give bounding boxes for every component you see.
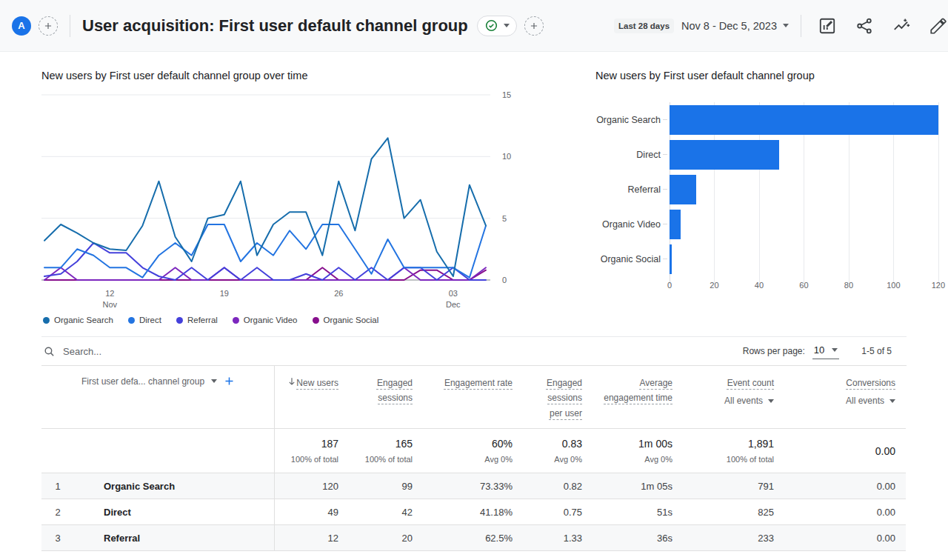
bar-axis-tick (663, 224, 667, 224)
dimension-header-label[interactable]: First user defa... channel group (81, 376, 204, 387)
column-filter-conversions[interactable]: All events (795, 396, 895, 406)
chevron-down-icon (889, 399, 895, 403)
row-metric-value: 41.18% (423, 499, 523, 525)
row-metric-value: 49 (274, 499, 349, 525)
filter-label: All events (724, 396, 763, 406)
totals-cell: 0.00 (784, 429, 906, 473)
bar-track (670, 210, 938, 239)
legend-dot-icon (43, 317, 50, 324)
y-tick-label: 0 (502, 276, 507, 284)
search-input[interactable] (63, 346, 285, 357)
add-comparison-button[interactable] (39, 16, 58, 36)
column-header-label[interactable]: Engagement rate (444, 378, 513, 388)
chevron-down-icon (504, 24, 510, 27)
bar-chart: Organic SearchDirectReferralOrganic Vide… (595, 92, 938, 314)
insights-button[interactable] (892, 16, 911, 36)
column-header-average-engagement-time[interactable]: Average engagement time (592, 366, 683, 429)
bar-organic-search (670, 105, 938, 135)
totals-value: 0.83 (533, 438, 582, 450)
sort-descending-icon[interactable] (287, 376, 297, 387)
x-tick-label: 80 (844, 281, 853, 290)
column-filter-event-count[interactable]: All events (693, 396, 774, 406)
rows-per-page-select[interactable]: 10 (812, 343, 839, 359)
column-header-label[interactable]: Engaged sessions (377, 378, 413, 403)
charts-row: New users by First user default channel … (41, 70, 907, 324)
column-header-engagement-rate[interactable]: Engagement rate (423, 366, 523, 429)
bar-track (670, 140, 938, 170)
column-header-label[interactable]: Event count (727, 378, 774, 388)
legend-item-organic-social: Organic Social (313, 316, 379, 324)
date-preset-badge: Last 28 days (614, 19, 674, 33)
x-tick-label: 0 (667, 281, 672, 290)
bar-category-label: Referral (595, 184, 661, 195)
add-report-button[interactable] (524, 16, 544, 36)
plus-icon (529, 21, 539, 31)
y-tick-label: 15 (502, 92, 511, 99)
date-range-picker[interactable]: Nov 8 - Dec 5, 2023 (681, 20, 777, 32)
customize-report-button[interactable] (818, 16, 837, 36)
column-header-engaged-sessions[interactable]: Engaged sessions (349, 366, 423, 429)
row-metric-value: 233 (683, 525, 784, 551)
row-metric-value: 20 (349, 525, 423, 551)
row-index: 2 (41, 499, 74, 525)
legend-label: Organic Social (324, 316, 379, 324)
divider (801, 15, 801, 37)
column-header-engaged-sessions-per-user[interactable]: Engaged sessions per user (523, 366, 592, 429)
row-metric-value: 99 (349, 473, 423, 499)
edit-button[interactable] (929, 16, 948, 36)
legend-dot-icon (128, 317, 135, 324)
share-button[interactable] (855, 16, 874, 36)
legend-label: Direct (139, 316, 161, 324)
report-status-button[interactable] (477, 16, 517, 36)
row-metric-value: 12 (274, 525, 349, 551)
table-row: 2Direct494241.18%0.7551s8250.00 (41, 499, 906, 525)
bar-axis-tick (663, 119, 667, 120)
totals-value: 187 (285, 438, 339, 450)
bar-row-organic-search: Organic Search (595, 102, 938, 137)
bar-direct (670, 140, 779, 170)
row-metric-value: 791 (683, 473, 784, 499)
filter-label: All events (846, 396, 884, 406)
totals-cell: 1m 00sAvg 0% (592, 429, 683, 473)
legend-dot-icon (176, 317, 183, 324)
y-tick-label: 5 (502, 214, 507, 223)
bar-axis-tick (663, 189, 667, 190)
chevron-down-icon[interactable] (783, 24, 789, 27)
table-totals-row: 187100% of total165100% of total60%Avg 0… (41, 429, 906, 473)
dimension-header-cell[interactable]: First user defa... channel group (41, 366, 274, 429)
totals-cell: 60%Avg 0% (423, 429, 523, 473)
column-header-label[interactable]: Engaged sessions per user (547, 378, 582, 419)
column-header-event-count[interactable]: Event countAll events (683, 366, 784, 429)
divider (70, 15, 70, 37)
column-header-new-users[interactable]: New users (274, 366, 349, 429)
row-channel-name: Referral (74, 525, 274, 551)
totals-value: 1m 00s (603, 438, 672, 450)
bar-row-referral: Referral (595, 172, 938, 207)
totals-value: 60% (433, 438, 513, 450)
avatar[interactable]: A (12, 16, 31, 36)
totals-sublabel: Avg 0% (533, 455, 582, 464)
column-header-conversions[interactable]: ConversionsAll events (784, 366, 906, 429)
row-index: 1 (41, 473, 74, 499)
pagination: Rows per page: 10 1-5 of 5 (743, 343, 892, 359)
bar-row-organic-social: Organic Social (595, 241, 938, 276)
legend-item-organic-video: Organic Video (233, 316, 298, 324)
add-dimension-icon[interactable] (224, 376, 235, 387)
totals-empty-cell (41, 429, 274, 473)
row-index: 3 (41, 525, 74, 551)
pagination-range: 1-5 of 5 (861, 346, 892, 356)
legend-label: Organic Search (54, 316, 113, 324)
row-metric-value: 0.00 (784, 473, 906, 499)
bar-gridline-120 (938, 102, 939, 284)
legend-label: Referral (187, 316, 218, 324)
column-header-label[interactable]: New users (296, 378, 338, 388)
column-header-label[interactable]: Conversions (846, 378, 895, 388)
legend-dot-icon (233, 317, 239, 324)
chevron-down-icon[interactable] (211, 379, 217, 383)
x-tick-label: 120 (932, 281, 945, 290)
bar-chart-card: New users by First user default channel … (595, 70, 938, 314)
line-series-direct (44, 224, 486, 278)
x-tick-label: 03 (449, 289, 458, 298)
bar-axis-tick (663, 154, 667, 155)
column-header-label[interactable]: Average engagement time (604, 378, 672, 403)
